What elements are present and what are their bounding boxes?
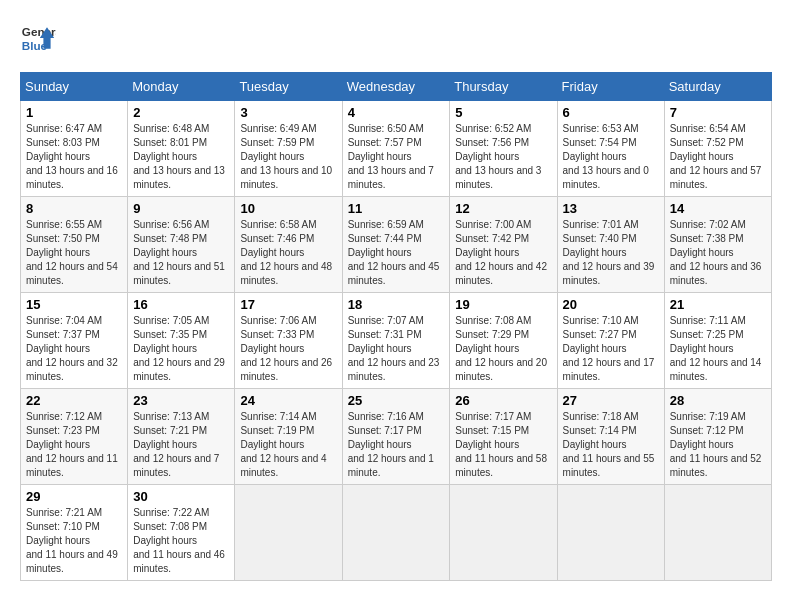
day-number: 7 xyxy=(670,105,766,120)
day-info: Sunrise: 6:58 AMSunset: 7:46 PMDaylight … xyxy=(240,218,336,288)
calendar-cell: 25Sunrise: 7:16 AMSunset: 7:17 PMDayligh… xyxy=(342,389,450,485)
day-number: 15 xyxy=(26,297,122,312)
calendar-cell: 9Sunrise: 6:56 AMSunset: 7:48 PMDaylight… xyxy=(128,197,235,293)
day-info: Sunrise: 6:48 AMSunset: 8:01 PMDaylight … xyxy=(133,122,229,192)
day-number: 30 xyxy=(133,489,229,504)
logo-icon: General Blue xyxy=(20,20,56,56)
day-number: 24 xyxy=(240,393,336,408)
day-number: 20 xyxy=(563,297,659,312)
day-info: Sunrise: 7:14 AMSunset: 7:19 PMDaylight … xyxy=(240,410,336,480)
day-info: Sunrise: 6:54 AMSunset: 7:52 PMDaylight … xyxy=(670,122,766,192)
calendar-cell: 14Sunrise: 7:02 AMSunset: 7:38 PMDayligh… xyxy=(664,197,771,293)
calendar-cell: 15Sunrise: 7:04 AMSunset: 7:37 PMDayligh… xyxy=(21,293,128,389)
calendar-cell: 2Sunrise: 6:48 AMSunset: 8:01 PMDaylight… xyxy=(128,101,235,197)
day-number: 9 xyxy=(133,201,229,216)
day-number: 10 xyxy=(240,201,336,216)
day-number: 18 xyxy=(348,297,445,312)
calendar-week-row: 1Sunrise: 6:47 AMSunset: 8:03 PMDaylight… xyxy=(21,101,772,197)
calendar-cell: 17Sunrise: 7:06 AMSunset: 7:33 PMDayligh… xyxy=(235,293,342,389)
day-number: 29 xyxy=(26,489,122,504)
day-info: Sunrise: 7:07 AMSunset: 7:31 PMDaylight … xyxy=(348,314,445,384)
day-info: Sunrise: 7:19 AMSunset: 7:12 PMDaylight … xyxy=(670,410,766,480)
day-info: Sunrise: 7:13 AMSunset: 7:21 PMDaylight … xyxy=(133,410,229,480)
calendar-cell: 18Sunrise: 7:07 AMSunset: 7:31 PMDayligh… xyxy=(342,293,450,389)
day-info: Sunrise: 7:17 AMSunset: 7:15 PMDaylight … xyxy=(455,410,551,480)
calendar-cell: 19Sunrise: 7:08 AMSunset: 7:29 PMDayligh… xyxy=(450,293,557,389)
weekday-header-friday: Friday xyxy=(557,73,664,101)
calendar-cell xyxy=(450,485,557,581)
weekday-header-tuesday: Tuesday xyxy=(235,73,342,101)
calendar-table: SundayMondayTuesdayWednesdayThursdayFrid… xyxy=(20,72,772,581)
day-info: Sunrise: 6:59 AMSunset: 7:44 PMDaylight … xyxy=(348,218,445,288)
day-number: 25 xyxy=(348,393,445,408)
day-info: Sunrise: 7:18 AMSunset: 7:14 PMDaylight … xyxy=(563,410,659,480)
calendar-cell: 10Sunrise: 6:58 AMSunset: 7:46 PMDayligh… xyxy=(235,197,342,293)
day-info: Sunrise: 6:50 AMSunset: 7:57 PMDaylight … xyxy=(348,122,445,192)
day-info: Sunrise: 7:06 AMSunset: 7:33 PMDaylight … xyxy=(240,314,336,384)
calendar-cell: 16Sunrise: 7:05 AMSunset: 7:35 PMDayligh… xyxy=(128,293,235,389)
logo: General Blue xyxy=(20,20,56,56)
day-info: Sunrise: 7:11 AMSunset: 7:25 PMDaylight … xyxy=(670,314,766,384)
calendar-cell xyxy=(557,485,664,581)
calendar-week-row: 29Sunrise: 7:21 AMSunset: 7:10 PMDayligh… xyxy=(21,485,772,581)
calendar-week-row: 22Sunrise: 7:12 AMSunset: 7:23 PMDayligh… xyxy=(21,389,772,485)
weekday-header-saturday: Saturday xyxy=(664,73,771,101)
weekday-header-wednesday: Wednesday xyxy=(342,73,450,101)
day-info: Sunrise: 7:16 AMSunset: 7:17 PMDaylight … xyxy=(348,410,445,480)
day-number: 11 xyxy=(348,201,445,216)
day-number: 22 xyxy=(26,393,122,408)
day-number: 23 xyxy=(133,393,229,408)
calendar-cell: 11Sunrise: 6:59 AMSunset: 7:44 PMDayligh… xyxy=(342,197,450,293)
calendar-cell: 23Sunrise: 7:13 AMSunset: 7:21 PMDayligh… xyxy=(128,389,235,485)
day-info: Sunrise: 6:52 AMSunset: 7:56 PMDaylight … xyxy=(455,122,551,192)
day-info: Sunrise: 7:05 AMSunset: 7:35 PMDaylight … xyxy=(133,314,229,384)
day-number: 12 xyxy=(455,201,551,216)
day-info: Sunrise: 7:01 AMSunset: 7:40 PMDaylight … xyxy=(563,218,659,288)
day-info: Sunrise: 7:10 AMSunset: 7:27 PMDaylight … xyxy=(563,314,659,384)
calendar-cell: 4Sunrise: 6:50 AMSunset: 7:57 PMDaylight… xyxy=(342,101,450,197)
calendar-cell: 22Sunrise: 7:12 AMSunset: 7:23 PMDayligh… xyxy=(21,389,128,485)
header: General Blue xyxy=(20,20,772,56)
calendar-cell xyxy=(664,485,771,581)
calendar-cell: 29Sunrise: 7:21 AMSunset: 7:10 PMDayligh… xyxy=(21,485,128,581)
day-number: 21 xyxy=(670,297,766,312)
day-info: Sunrise: 7:22 AMSunset: 7:08 PMDaylight … xyxy=(133,506,229,576)
calendar-cell: 1Sunrise: 6:47 AMSunset: 8:03 PMDaylight… xyxy=(21,101,128,197)
calendar-week-row: 8Sunrise: 6:55 AMSunset: 7:50 PMDaylight… xyxy=(21,197,772,293)
weekday-header-monday: Monday xyxy=(128,73,235,101)
day-number: 14 xyxy=(670,201,766,216)
weekday-header-row: SundayMondayTuesdayWednesdayThursdayFrid… xyxy=(21,73,772,101)
day-number: 8 xyxy=(26,201,122,216)
calendar-cell: 24Sunrise: 7:14 AMSunset: 7:19 PMDayligh… xyxy=(235,389,342,485)
calendar-cell: 28Sunrise: 7:19 AMSunset: 7:12 PMDayligh… xyxy=(664,389,771,485)
day-number: 5 xyxy=(455,105,551,120)
day-info: Sunrise: 6:47 AMSunset: 8:03 PMDaylight … xyxy=(26,122,122,192)
calendar-cell: 26Sunrise: 7:17 AMSunset: 7:15 PMDayligh… xyxy=(450,389,557,485)
day-info: Sunrise: 6:49 AMSunset: 7:59 PMDaylight … xyxy=(240,122,336,192)
calendar-cell: 3Sunrise: 6:49 AMSunset: 7:59 PMDaylight… xyxy=(235,101,342,197)
calendar-cell: 20Sunrise: 7:10 AMSunset: 7:27 PMDayligh… xyxy=(557,293,664,389)
calendar-cell: 5Sunrise: 6:52 AMSunset: 7:56 PMDaylight… xyxy=(450,101,557,197)
calendar-cell xyxy=(342,485,450,581)
day-info: Sunrise: 7:12 AMSunset: 7:23 PMDaylight … xyxy=(26,410,122,480)
day-number: 19 xyxy=(455,297,551,312)
day-number: 27 xyxy=(563,393,659,408)
day-number: 2 xyxy=(133,105,229,120)
weekday-header-sunday: Sunday xyxy=(21,73,128,101)
day-number: 6 xyxy=(563,105,659,120)
calendar-cell: 30Sunrise: 7:22 AMSunset: 7:08 PMDayligh… xyxy=(128,485,235,581)
day-number: 3 xyxy=(240,105,336,120)
day-info: Sunrise: 7:08 AMSunset: 7:29 PMDaylight … xyxy=(455,314,551,384)
calendar-cell: 6Sunrise: 6:53 AMSunset: 7:54 PMDaylight… xyxy=(557,101,664,197)
day-number: 1 xyxy=(26,105,122,120)
day-info: Sunrise: 6:55 AMSunset: 7:50 PMDaylight … xyxy=(26,218,122,288)
calendar-cell: 12Sunrise: 7:00 AMSunset: 7:42 PMDayligh… xyxy=(450,197,557,293)
calendar-cell: 13Sunrise: 7:01 AMSunset: 7:40 PMDayligh… xyxy=(557,197,664,293)
calendar-cell: 8Sunrise: 6:55 AMSunset: 7:50 PMDaylight… xyxy=(21,197,128,293)
day-info: Sunrise: 7:04 AMSunset: 7:37 PMDaylight … xyxy=(26,314,122,384)
calendar-cell: 21Sunrise: 7:11 AMSunset: 7:25 PMDayligh… xyxy=(664,293,771,389)
calendar-cell xyxy=(235,485,342,581)
weekday-header-thursday: Thursday xyxy=(450,73,557,101)
day-info: Sunrise: 6:56 AMSunset: 7:48 PMDaylight … xyxy=(133,218,229,288)
day-number: 17 xyxy=(240,297,336,312)
